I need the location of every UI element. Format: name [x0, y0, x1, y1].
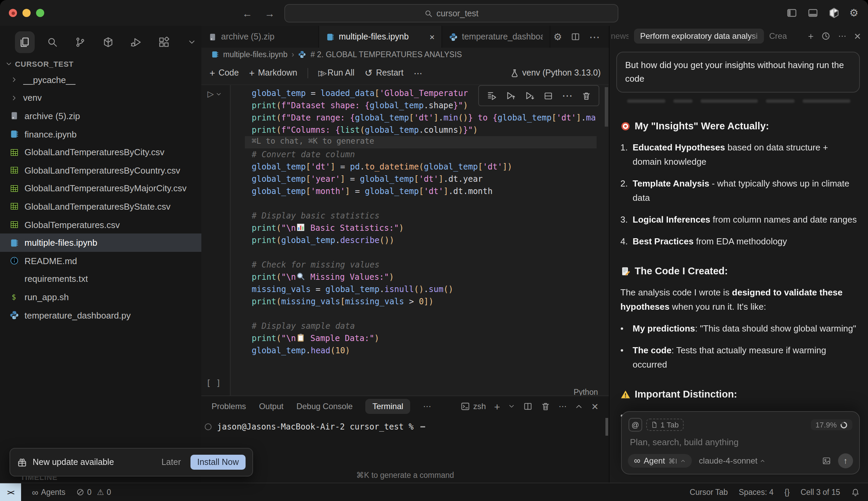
close-chat-icon[interactable]: ✕: [854, 31, 861, 41]
remote-indicator[interactable]: ><: [0, 483, 21, 501]
chat-more-actions-icon[interactable]: ⋯: [838, 31, 846, 41]
tree-item[interactable]: README.md: [0, 252, 201, 270]
add-context-button[interactable]: @: [628, 418, 642, 431]
delete-cell-icon[interactable]: [582, 91, 591, 100]
code-line[interactable]: print(f"Date range: {global_temp['dt'].m…: [252, 111, 603, 124]
install-now-button[interactable]: Install Now: [190, 455, 245, 470]
code-line[interactable]: print("\n Sample Data:"): [252, 332, 603, 344]
terminal-content[interactable]: jason@Jasons-MacBook-Air-2 cursor_test %: [201, 417, 609, 431]
tree-item[interactable]: GlobalTemperatures.csv: [0, 216, 201, 234]
split-cell-icon[interactable]: [543, 91, 553, 100]
notebook-cell-editor[interactable]: ▷ global_temp = loaded_data['Global_Temp…: [201, 85, 609, 397]
close-panel-icon[interactable]: ✕: [591, 401, 598, 412]
add-code-cell-button[interactable]: +Code: [209, 67, 239, 78]
nav-forward-icon[interactable]: →: [265, 7, 275, 19]
editor-tab[interactable]: archive (5).zip: [201, 26, 319, 47]
execute-cell-up-icon[interactable]: [505, 90, 516, 101]
panel-more-tabs-icon[interactable]: ⋯: [423, 402, 431, 411]
panel-tab-terminal[interactable]: Terminal: [366, 399, 410, 414]
code-line[interactable]: [252, 308, 603, 320]
code-line[interactable]: print(f"Columns: {list(global_temp.colum…: [252, 124, 603, 136]
editor-tab[interactable]: temperature_dashboard.py: [442, 26, 550, 47]
explorer-icon[interactable]: [15, 31, 35, 53]
code-line[interactable]: # Display basic statistics: [252, 210, 603, 222]
layout-grid-icon[interactable]: [154, 31, 174, 53]
tree-item[interactable]: temperature_dashboard.py: [0, 306, 201, 324]
code-line[interactable]: print(global_temp.describe()): [252, 234, 603, 246]
chat-history-icon[interactable]: [821, 31, 831, 41]
command-center-search[interactable]: cursor_test: [284, 4, 618, 22]
terminal-dropdown-chevron-icon[interactable]: [508, 403, 515, 410]
agents-status-item[interactable]: ∞Agents: [32, 487, 65, 497]
close-tab-icon[interactable]: ×: [430, 32, 435, 42]
tree-item[interactable]: finance.ipynb: [0, 125, 201, 143]
code-line[interactable]: print("\n Basic Statistics:"): [252, 222, 603, 234]
usage-indicator[interactable]: 17.9%: [811, 419, 852, 430]
attach-image-icon[interactable]: [822, 456, 831, 466]
code-line[interactable]: print(missing_vals[missing_vals > 0]): [252, 296, 603, 308]
panel-tab-problems[interactable]: Problems: [211, 402, 246, 411]
user-message-bubble[interactable]: But how did you get your insights withou…: [616, 52, 860, 93]
tree-item[interactable]: __pycache__: [0, 71, 201, 89]
panel-tab-debug-console[interactable]: Debug Console: [296, 402, 352, 411]
run-cell-button[interactable]: ▷: [208, 89, 222, 99]
notebook-settings-gear-icon[interactable]: ⚙: [553, 31, 562, 42]
tree-item[interactable]: GlobalLandTemperaturesByCountry.csv: [0, 161, 201, 179]
panel-more-actions-icon[interactable]: ⋯: [559, 402, 567, 411]
tree-item[interactable]: $run_app.sh: [0, 288, 201, 306]
terminal-shell-selector[interactable]: zsh: [460, 402, 486, 411]
toggle-sidebar-icon[interactable]: [786, 8, 797, 18]
cell-more-actions-icon[interactable]: ⋯: [562, 89, 573, 102]
close-window-button[interactable]: [9, 9, 17, 17]
status-item[interactable]: Cursor Tab: [690, 488, 728, 496]
panel-tab-output[interactable]: Output: [259, 402, 283, 411]
new-terminal-button[interactable]: +: [494, 401, 500, 412]
restart-kernel-button[interactable]: ↺Restart: [365, 67, 403, 78]
tree-item[interactable]: multiple-files.ipynb: [0, 234, 201, 252]
extensions-icon[interactable]: [98, 31, 118, 53]
kernel-picker[interactable]: venv (Python 3.13.0): [510, 68, 601, 78]
activity-more-chevron-icon[interactable]: [182, 31, 201, 53]
kill-terminal-icon[interactable]: [541, 402, 550, 411]
nav-back-icon[interactable]: ←: [242, 7, 252, 19]
code-line[interactable]: # Convert date column: [252, 148, 603, 161]
toggle-panel-icon[interactable]: [807, 8, 818, 18]
later-button[interactable]: Later: [157, 455, 185, 470]
editor-more-actions-icon[interactable]: ⋯: [589, 30, 600, 43]
breadcrumb[interactable]: multiple-files.ipynb › # 2. GLOBAL TEMPE…: [201, 47, 609, 61]
code-line[interactable]: global_temp['month'] = global_temp['dt']…: [252, 185, 603, 198]
cell-language-picker[interactable]: Python: [573, 388, 598, 396]
status-item[interactable]: Cell 3 of 15: [801, 488, 840, 496]
source-control-icon[interactable]: [70, 31, 90, 53]
tree-item[interactable]: GlobalLandTemperaturesByMajorCity.csv: [0, 179, 201, 198]
code-line[interactable]: print("\n Missing Values:"): [252, 271, 603, 283]
code-line[interactable]: missing_vals = global_temp.isnull().sum(…: [252, 283, 603, 296]
chat-tab-next[interactable]: Crea: [769, 31, 787, 41]
run-debug-icon[interactable]: [126, 31, 146, 53]
notifications-bell-icon[interactable]: [851, 488, 860, 497]
split-editor-icon[interactable]: [571, 32, 580, 42]
maximize-panel-icon[interactable]: [575, 402, 583, 411]
code-line[interactable]: [252, 246, 603, 259]
chat-input-box[interactable]: @ 1 Tab 17.9% Plan, search, build anythi…: [621, 411, 860, 475]
status-item[interactable]: Spaces: 4: [739, 488, 773, 496]
explorer-section-header[interactable]: CURSOR_TEST: [0, 58, 201, 71]
search-view-icon[interactable]: [43, 31, 63, 53]
code-line[interactable]: global_temp['year'] = global_temp['dt'].…: [252, 173, 603, 185]
problems-status-item[interactable]: 0 ⚠ 0: [76, 487, 111, 497]
tree-item[interactable]: venv: [0, 89, 201, 107]
add-markdown-cell-button[interactable]: +Markdown: [249, 67, 297, 78]
status-item[interactable]: {}: [784, 488, 789, 496]
code-line[interactable]: global_temp['dt'] = pd.to_datetime(globa…: [252, 161, 603, 173]
code-line[interactable]: # Check for missing values: [252, 259, 603, 271]
split-terminal-icon[interactable]: [523, 402, 532, 411]
tree-item[interactable]: requirements.txt: [0, 270, 201, 288]
code-line[interactable]: global_temp.head(10): [252, 344, 603, 357]
code-line[interactable]: [252, 198, 603, 210]
maximize-window-button[interactable]: [36, 9, 44, 17]
notebook-more-actions-icon[interactable]: ⋯: [414, 68, 422, 78]
run-all-button[interactable]: ▷▷ Run All: [318, 68, 354, 78]
tree-item[interactable]: archive (5).zip: [0, 107, 201, 125]
cursor-logo-icon[interactable]: [828, 8, 839, 18]
agent-mode-selector[interactable]: ∞ Agent ⌘I: [628, 454, 692, 468]
